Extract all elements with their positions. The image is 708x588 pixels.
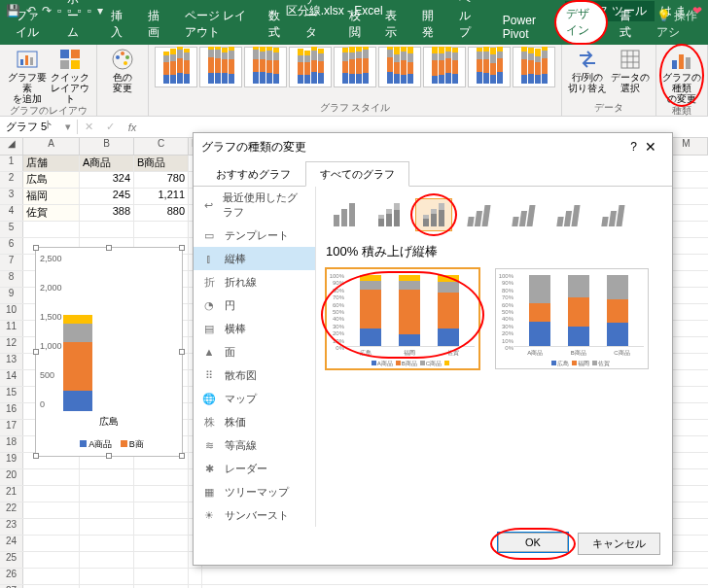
- tab-formula[interactable]: 数式: [259, 4, 294, 45]
- qat-icon[interactable]: ▫: [57, 4, 61, 17]
- tab-format[interactable]: 書式: [610, 4, 645, 45]
- tab-help[interactable]: ヘルプ: [449, 0, 491, 45]
- cell[interactable]: 324: [80, 172, 134, 188]
- row-header[interactable]: 23: [0, 519, 23, 535]
- qat-more-icon[interactable]: ▾: [97, 4, 103, 17]
- cell[interactable]: 広島: [23, 172, 80, 188]
- chart-type-list[interactable]: ↩最近使用したグラフ▭テンプレート⫿縦棒折折れ線◔円▤横棒▲面⠿散布図🌐マップ株…: [194, 187, 316, 527]
- row-header[interactable]: 11: [0, 321, 23, 336]
- chart-style-thumb[interactable]: [199, 47, 242, 87]
- chart-style-thumb[interactable]: [378, 47, 421, 87]
- row-header[interactable]: 13: [0, 354, 23, 369]
- cell[interactable]: [23, 469, 80, 485]
- chart-type-item[interactable]: ≋等高線: [194, 433, 315, 457]
- row-header[interactable]: 1: [0, 156, 23, 171]
- redo-icon[interactable]: ↷: [42, 4, 52, 17]
- row-header[interactable]: 5: [0, 222, 23, 237]
- chart-type-item[interactable]: ▲面: [194, 340, 315, 363]
- cell[interactable]: [80, 569, 134, 584]
- cell[interactable]: [134, 486, 189, 502]
- cell[interactable]: [23, 552, 80, 568]
- chart-type-item[interactable]: 折折れ線: [194, 270, 315, 294]
- cell[interactable]: [134, 502, 189, 518]
- row-header[interactable]: 17: [0, 420, 23, 435]
- cell[interactable]: 1,211: [134, 189, 189, 204]
- chart-type-item[interactable]: 🌐マップ: [194, 387, 315, 410]
- preview-by-store[interactable]: 100%90%80%70%60%50%40%30%20%10%0% 広島福岡佐賀…: [326, 268, 479, 369]
- chart-style-thumb[interactable]: [423, 47, 466, 87]
- col-header[interactable]: C: [134, 138, 189, 155]
- preview-by-product[interactable]: 100%90%80%70%60%50%40%30%20%10%0% A商品B商品…: [495, 268, 649, 369]
- cell[interactable]: [189, 569, 202, 584]
- row-header[interactable]: 8: [0, 271, 23, 287]
- row-header[interactable]: 22: [0, 502, 23, 518]
- tab-review[interactable]: 校閲: [339, 4, 374, 45]
- row-header[interactable]: 7: [0, 255, 23, 270]
- ok-button[interactable]: OK: [498, 533, 568, 552]
- cell[interactable]: 388: [80, 205, 134, 221]
- chart-style-thumb[interactable]: [244, 47, 287, 87]
- chart-type-item[interactable]: ▤横棒: [194, 317, 315, 340]
- cell[interactable]: [80, 486, 134, 502]
- subtype-item[interactable]: [505, 198, 542, 231]
- cell[interactable]: 245: [80, 189, 134, 204]
- tab-all-charts[interactable]: すべてのグラフ: [305, 161, 409, 187]
- row-header[interactable]: 19: [0, 453, 23, 468]
- chart-type-item[interactable]: ▦ツリーマップ: [194, 480, 315, 503]
- qat-icon[interactable]: ▫: [67, 4, 71, 17]
- chart-type-item[interactable]: ⫿縦棒: [194, 247, 315, 270]
- cell[interactable]: [134, 222, 189, 237]
- cell[interactable]: [23, 569, 80, 584]
- cell[interactable]: [80, 469, 134, 485]
- row-header[interactable]: 12: [0, 337, 23, 353]
- row-header[interactable]: 20: [0, 469, 23, 485]
- help-icon[interactable]: ?: [630, 140, 637, 154]
- row-header[interactable]: 2: [0, 172, 23, 188]
- cell[interactable]: [80, 502, 134, 518]
- subtype-item[interactable]: [326, 198, 363, 231]
- row-header[interactable]: 9: [0, 288, 23, 303]
- chart-style-thumb[interactable]: [289, 47, 332, 87]
- tab-insert[interactable]: 挿入: [101, 4, 136, 45]
- tell-me[interactable]: 💡 操作アシ: [647, 4, 708, 45]
- cell[interactable]: [134, 519, 189, 535]
- cell[interactable]: [134, 552, 189, 568]
- switch-row-col-button[interactable]: 行/列の 切り替え: [568, 47, 607, 93]
- cell[interactable]: B商品: [134, 156, 189, 171]
- cell[interactable]: [23, 486, 80, 502]
- row-header[interactable]: 6: [0, 238, 23, 254]
- embedded-chart[interactable]: 2,5002,0001,5001,0005000 広島 A商品 B商: [35, 247, 183, 457]
- cell[interactable]: [80, 519, 134, 535]
- chart-type-item[interactable]: ↩最近使用したグラフ: [194, 187, 315, 224]
- tab-pagelayout[interactable]: ページ レイアウト: [175, 4, 257, 45]
- cell[interactable]: [23, 502, 80, 518]
- tab-developer[interactable]: 開発: [412, 4, 447, 45]
- cell[interactable]: 780: [134, 172, 189, 188]
- row-header[interactable]: 15: [0, 387, 23, 402]
- cell[interactable]: [23, 536, 80, 551]
- col-header[interactable]: B: [80, 138, 134, 155]
- cell[interactable]: [134, 569, 189, 584]
- change-colors-button[interactable]: 色の 変更: [103, 47, 142, 93]
- name-box[interactable]: グラフ 5▾: [0, 120, 78, 134]
- row-header[interactable]: 26: [0, 569, 23, 584]
- cell[interactable]: [80, 552, 134, 568]
- cell[interactable]: [80, 536, 134, 551]
- cell[interactable]: [23, 519, 80, 535]
- subtype-item[interactable]: [371, 198, 407, 231]
- cell[interactable]: A商品: [80, 156, 134, 171]
- cell[interactable]: [134, 469, 189, 485]
- row-header[interactable]: 4: [0, 205, 23, 221]
- row-header[interactable]: 18: [0, 436, 23, 452]
- subtype-item[interactable]: [549, 198, 586, 231]
- tab-recommended[interactable]: おすすめグラフ: [201, 161, 305, 187]
- cell[interactable]: 店舗: [23, 156, 80, 171]
- row-header[interactable]: 24: [0, 536, 23, 551]
- chart-style-thumb[interactable]: [513, 47, 555, 87]
- select-data-button[interactable]: データの 選択: [611, 47, 650, 93]
- cell[interactable]: [134, 536, 189, 551]
- subtype-item[interactable]: [460, 198, 497, 231]
- cell[interactable]: 880: [134, 205, 189, 221]
- subtype-item[interactable]: [594, 198, 631, 231]
- chart-type-item[interactable]: ☀サンバースト: [194, 503, 315, 527]
